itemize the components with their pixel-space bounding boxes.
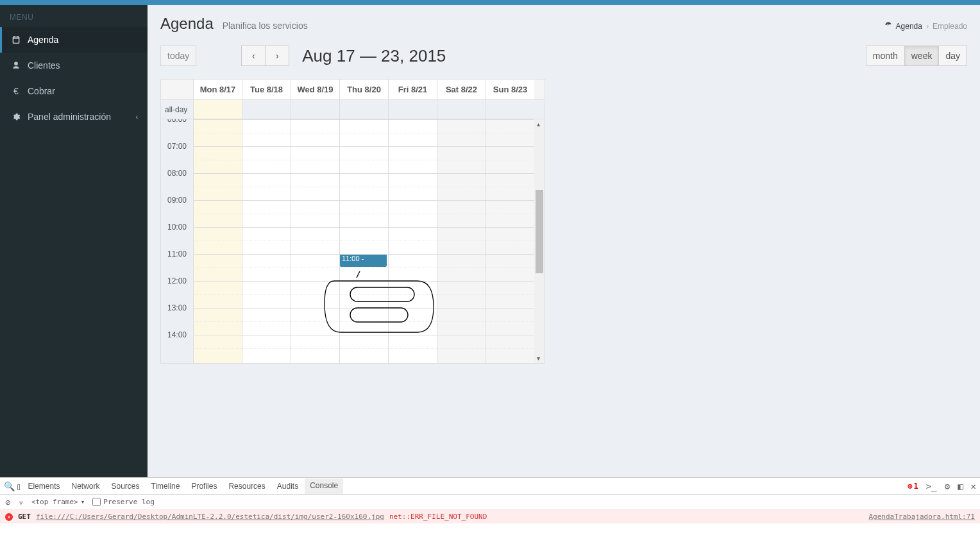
sidebar-header: MENU	[0, 5, 148, 27]
sketch-overlay	[321, 271, 443, 339]
time-label: 14:00	[161, 330, 193, 357]
dashboard-icon	[884, 21, 892, 31]
chevron-right-icon: ›	[276, 51, 279, 61]
time-label: 13:00	[161, 303, 193, 330]
page-header: Agenda Planifica los servicios Agenda › …	[160, 15, 967, 33]
allday-cell[interactable]	[486, 100, 534, 119]
log-url[interactable]: file:///C:/Users/Gerard/Desktop/AdminLTE…	[36, 513, 384, 521]
scroll-thumb[interactable]	[536, 190, 543, 273]
chevron-left-icon: ‹	[136, 114, 138, 121]
day-header: Tue 8/18	[242, 80, 291, 99]
scrollbar[interactable]: ▴ ▾	[534, 119, 545, 363]
svg-rect-1	[350, 308, 408, 322]
page-title: Agenda	[160, 15, 214, 32]
frame-label: <top frame>	[31, 498, 78, 506]
tab-timeline[interactable]: Timeline	[146, 479, 185, 493]
sidebar-item-agenda[interactable]: Agenda	[0, 27, 148, 53]
sidebar-item-label: Panel administración	[28, 112, 111, 122]
error-badge[interactable]: ⊗1	[908, 482, 918, 491]
tab-audits[interactable]: Audits	[272, 479, 303, 493]
allday-cell[interactable]	[242, 100, 291, 119]
chevron-down-icon: ▾	[81, 498, 85, 506]
allday-label: all-day	[161, 105, 193, 114]
sidebar-item-cobrar[interactable]: € Cobrar	[0, 78, 148, 104]
next-button[interactable]: ›	[265, 46, 289, 66]
week-button[interactable]: week	[904, 46, 940, 66]
gears-icon	[10, 112, 22, 121]
main-layout: MENU Agenda Clientes € Cobrar Panel admi…	[0, 5, 980, 477]
allday-cell[interactable]	[339, 100, 388, 119]
allday-cell[interactable]	[291, 100, 339, 119]
breadcrumb: Agenda › Empleado	[884, 21, 967, 31]
preserve-log[interactable]: Preserve log	[92, 498, 154, 506]
dock-icon[interactable]: ◧	[958, 481, 963, 491]
drawer-icon[interactable]: >_	[926, 481, 937, 491]
view-group: month week day	[866, 46, 967, 66]
header-scroll-spacer	[534, 80, 545, 99]
nav-group: ‹ ›	[241, 46, 289, 66]
preserve-log-label: Preserve log	[103, 498, 154, 506]
breadcrumb-sep: ›	[926, 22, 929, 31]
scroll-up-icon[interactable]: ▴	[537, 121, 540, 128]
error-icon: ×	[5, 513, 13, 521]
day-column[interactable]	[486, 119, 534, 363]
clear-icon[interactable]: ⊘	[5, 497, 10, 507]
allday-cell[interactable]	[193, 100, 242, 119]
tab-profiles[interactable]: Profiles	[186, 479, 222, 493]
time-axis: 06:00 07:00 08:00 09:00 10:00 11:00 12:0…	[161, 119, 193, 363]
allday-cell[interactable]	[388, 100, 437, 119]
calendar-grid: 11:00 -	[193, 119, 534, 363]
sidebar-item-panel-admin[interactable]: Panel administración ‹	[0, 104, 148, 130]
user-icon	[10, 61, 22, 70]
sidebar-item-label: Agenda	[28, 35, 58, 45]
allday-row: all-day	[160, 100, 545, 119]
close-icon[interactable]: ✕	[971, 481, 976, 491]
calendar-header: Mon 8/17 Tue 8/18 Wed 8/19 Thu 8/20 Fri …	[160, 79, 545, 100]
euro-icon: €	[10, 86, 22, 96]
devtools-tabs: 🔍 ▯ Elements Network Sources Timeline Pr…	[0, 478, 980, 495]
time-label: 12:00	[161, 276, 193, 303]
header-spacer	[161, 80, 193, 99]
frame-select[interactable]: <top frame> ▾	[31, 498, 85, 506]
month-button[interactable]: month	[866, 46, 905, 66]
day-header: Mon 8/17	[193, 80, 242, 99]
time-label: 11:00	[161, 250, 193, 276]
tab-resources[interactable]: Resources	[223, 479, 270, 493]
day-column[interactable]	[193, 119, 242, 363]
calendar: Mon 8/17 Tue 8/18 Wed 8/19 Thu 8/20 Fri …	[160, 79, 545, 364]
sidebar-item-clientes[interactable]: Clientes	[0, 53, 148, 78]
breadcrumb-leaf: Empleado	[933, 22, 967, 31]
prev-button[interactable]: ‹	[241, 46, 266, 66]
day-header: Sun 8/23	[486, 80, 534, 99]
time-label: 09:00	[161, 196, 193, 223]
calendar-toolbar: today ‹ › Aug 17 — 23, 2015 month week d…	[160, 46, 967, 66]
today-button[interactable]: today	[160, 46, 196, 66]
day-column[interactable]	[437, 119, 486, 363]
log-method: GET	[18, 513, 31, 521]
filter-icon[interactable]: ▿	[18, 497, 23, 507]
scroll-down-icon[interactable]: ▾	[537, 355, 540, 362]
devtools-right: ⊗1 >_ ⚙ ◧ ✕	[908, 481, 976, 491]
error-icon: ⊗	[908, 482, 912, 491]
day-button[interactable]: day	[938, 46, 967, 66]
day-column[interactable]	[242, 119, 291, 363]
chevron-left-icon: ‹	[252, 51, 255, 61]
log-net-error: net::ERR_FILE_NOT_FOUND	[389, 513, 487, 521]
tab-console[interactable]: Console	[305, 479, 343, 494]
calendar-body: 06:00 07:00 08:00 09:00 10:00 11:00 12:0…	[160, 119, 545, 364]
search-icon[interactable]: 🔍	[4, 481, 15, 491]
calendar-event[interactable]: 11:00 -	[340, 254, 387, 267]
gear-icon[interactable]: ⚙	[945, 481, 950, 491]
breadcrumb-root[interactable]: Agenda	[896, 22, 922, 31]
tab-network[interactable]: Network	[66, 479, 105, 493]
device-icon[interactable]: ▯	[16, 481, 21, 491]
tab-elements[interactable]: Elements	[22, 479, 65, 493]
date-range: Aug 17 — 23, 2015	[302, 46, 446, 66]
tab-sources[interactable]: Sources	[106, 479, 144, 493]
day-header: Sat 8/22	[437, 80, 486, 99]
day-header: Wed 8/19	[291, 80, 339, 99]
error-count: 1	[914, 482, 918, 491]
preserve-log-checkbox[interactable]	[92, 498, 101, 506]
allday-cell[interactable]	[437, 100, 486, 119]
log-source[interactable]: AgendaTrabajadora.html:71	[868, 513, 975, 521]
